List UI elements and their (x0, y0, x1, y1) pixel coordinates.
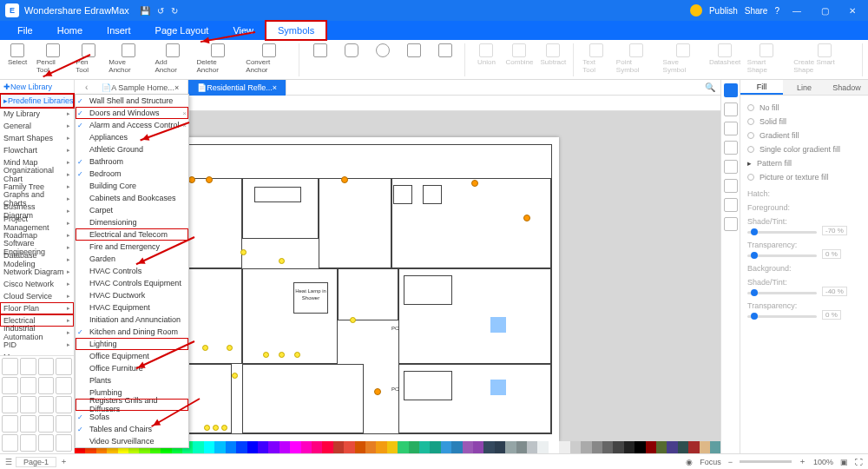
drawing-page[interactable]: Heat Lamp in Shower (142, 137, 559, 441)
slider-transp[interactable] (747, 254, 817, 257)
menu-file[interactable]: File (5, 21, 45, 40)
radio-icon[interactable] (747, 104, 754, 111)
submenu-item[interactable]: Video Surveillance (76, 435, 188, 447)
submenu-item[interactable]: HVAC Controls (76, 265, 188, 277)
color-swatch[interactable] (581, 441, 591, 453)
category-item[interactable]: Floor Plan▸ (0, 302, 74, 314)
color-swatch[interactable] (592, 441, 602, 453)
color-swatch[interactable] (463, 441, 473, 453)
color-swatch[interactable] (419, 441, 430, 453)
submenu-item[interactable]: Electrical and Telecom (76, 228, 188, 241)
rbtn-add-anchor[interactable]: Add Anchor (155, 43, 189, 74)
slider-shade[interactable] (747, 231, 817, 234)
tab-shadow[interactable]: Shadow (825, 80, 868, 95)
color-swatch[interactable] (688, 441, 699, 453)
radio-icon[interactable] (747, 118, 754, 125)
color-swatch[interactable] (646, 441, 656, 453)
submenu-item[interactable]: HVAC Controls Equipment (76, 277, 188, 289)
publish-button[interactable]: Publish (709, 6, 738, 16)
shape-roundrect-icon[interactable] (339, 43, 364, 57)
shape-oval-icon[interactable] (371, 43, 395, 57)
palette-shape[interactable] (56, 415, 72, 433)
palette-shape[interactable] (2, 396, 18, 413)
image-tool-icon[interactable] (724, 198, 738, 212)
color-swatch[interactable] (624, 441, 635, 453)
submenu-item[interactable]: ✓Kitchen and Dining Room (76, 326, 188, 338)
submenu-item[interactable]: Lighting (76, 338, 188, 350)
category-item[interactable]: General▸ (0, 120, 74, 132)
align-tool-icon[interactable] (724, 179, 738, 193)
category-item[interactable]: Smart Shapes▸ (0, 132, 74, 144)
color-swatch[interactable] (495, 441, 505, 453)
category-item[interactable]: Network Diagram▸ (0, 266, 74, 278)
color-swatch[interactable] (430, 441, 440, 453)
slider-transp2[interactable] (747, 315, 817, 318)
palette-shape[interactable] (20, 396, 36, 413)
color-swatch[interactable] (505, 441, 516, 453)
new-library-button[interactable]: ✚ New Library (0, 80, 74, 94)
radio-icon[interactable] (747, 132, 754, 139)
color-swatch[interactable] (710, 441, 720, 453)
layer-tool-icon[interactable] (724, 141, 738, 155)
zoom-out-icon[interactable]: − (728, 458, 733, 466)
menu-symbols[interactable]: Symbols (266, 21, 326, 40)
palette-shape[interactable] (56, 396, 72, 413)
submenu-item[interactable]: Office Furniture (76, 362, 188, 374)
color-swatch[interactable] (516, 441, 527, 453)
page-indicator[interactable]: Page-1 (16, 457, 56, 467)
rbtn-pencil[interactable]: Pencil Tool (36, 43, 69, 74)
rbtn-move-anchor[interactable]: Move Anchor (108, 43, 148, 74)
color-swatch[interactable] (279, 441, 290, 453)
submenu-item[interactable]: Dimensioning (76, 216, 188, 228)
category-item[interactable]: Cloud Service▸ (0, 290, 74, 302)
category-item[interactable]: Industrial Automation▸ (0, 327, 74, 339)
rbtn-convert-anchor[interactable]: Convert Anchor (246, 43, 292, 74)
color-swatch[interactable] (398, 441, 408, 453)
submenu-item[interactable]: Registers Grills and Diffusers (76, 399, 188, 411)
color-swatch[interactable] (226, 441, 236, 453)
color-swatch[interactable] (301, 441, 312, 453)
focus-icon[interactable]: ◉ (686, 458, 693, 466)
submenu-item[interactable]: Plants (76, 374, 188, 386)
palette-shape[interactable] (2, 434, 18, 452)
color-swatch[interactable] (549, 441, 559, 453)
color-swatch[interactable] (635, 441, 645, 453)
palette-shape[interactable] (2, 415, 18, 433)
submenu-item[interactable]: Garden (76, 253, 188, 265)
shape-star-icon[interactable] (402, 43, 426, 57)
palette-shape[interactable] (38, 377, 55, 394)
tab-prev-icon[interactable]: ‹ (80, 83, 93, 92)
shape-tool-icon[interactable] (724, 160, 738, 174)
submenu-item[interactable]: Athletic Ground (76, 143, 188, 155)
category-item[interactable]: Cisco Network▸ (0, 278, 74, 290)
submenu-item[interactable]: ✓Doors and Windows× (76, 107, 188, 119)
submenu-item[interactable]: ✓Tables and Chairs (76, 423, 188, 435)
category-item[interactable]: Database Modeling▸ (0, 254, 74, 266)
color-swatch[interactable] (656, 441, 667, 453)
menu-insert[interactable]: Insert (95, 21, 143, 40)
color-swatch[interactable] (537, 441, 548, 453)
fill-tool-icon[interactable] (724, 83, 738, 97)
palette-shape[interactable] (20, 358, 36, 375)
fullscreen-icon[interactable]: ⛶ (855, 458, 863, 466)
minimize-icon[interactable]: — (786, 6, 807, 16)
color-swatch[interactable] (451, 441, 462, 453)
palette-shape[interactable] (20, 415, 36, 433)
rbtn-select[interactable]: Select (5, 43, 30, 66)
undo-icon[interactable]: ↺ (157, 6, 164, 16)
palette-shape[interactable] (20, 377, 36, 394)
user-avatar-icon[interactable] (690, 4, 702, 17)
palette-shape[interactable] (38, 358, 55, 375)
share-button[interactable]: Share (745, 6, 768, 16)
color-swatch[interactable] (613, 441, 623, 453)
color-swatch[interactable] (667, 441, 677, 453)
submenu-item[interactable]: ✓Bedroom (76, 168, 188, 180)
redo-icon[interactable]: ↻ (171, 6, 178, 16)
save-icon[interactable]: 💾 (140, 6, 150, 16)
color-swatch[interactable] (322, 441, 332, 453)
menu-home[interactable]: Home (45, 21, 95, 40)
zoom-slider[interactable] (740, 460, 792, 463)
zoom-in-icon[interactable]: ＋ (799, 456, 806, 467)
color-swatch[interactable] (290, 441, 300, 453)
color-swatch[interactable] (441, 441, 451, 453)
